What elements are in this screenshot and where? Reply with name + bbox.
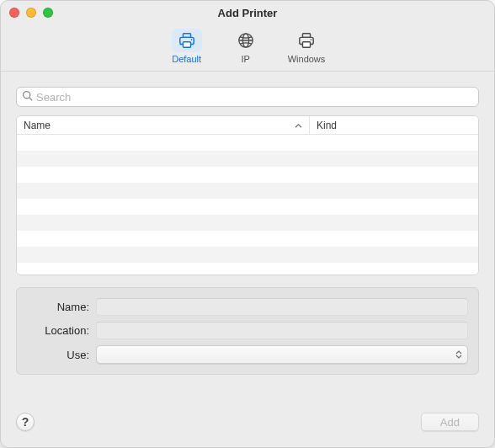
stepper-icon [452, 347, 466, 362]
name-field[interactable] [96, 298, 468, 316]
table-body[interactable] [17, 135, 478, 275]
column-header-kind[interactable]: Kind [310, 116, 478, 134]
printer-icon [172, 29, 202, 52]
globe-icon [231, 29, 261, 52]
table-row [17, 231, 478, 247]
tab-ip[interactable]: IP [224, 27, 268, 66]
use-label: Use: [22, 349, 89, 361]
location-label: Location: [22, 324, 89, 337]
tab-windows[interactable]: Windows [283, 27, 331, 66]
table-row [17, 263, 478, 275]
use-select[interactable] [96, 345, 468, 364]
tab-ip-label: IP [241, 54, 249, 64]
table-row [17, 215, 478, 231]
search-input[interactable] [36, 91, 473, 104]
chevron-up-icon [295, 120, 302, 131]
table-row [17, 167, 478, 183]
svg-point-3 [190, 39, 192, 40]
name-label: Name: [22, 301, 89, 313]
search-field[interactable] [16, 87, 479, 107]
svg-rect-9 [302, 41, 310, 46]
table-row [17, 183, 478, 199]
window-title: Add Printer [1, 7, 494, 19]
search-icon [22, 90, 33, 104]
tab-windows-label: Windows [288, 54, 326, 64]
add-printer-window: Add Printer Default [0, 0, 495, 448]
tab-default-label: Default [172, 54, 201, 64]
add-button[interactable]: Add [421, 413, 479, 431]
tab-default[interactable]: Default [165, 27, 209, 66]
table-row [17, 135, 478, 151]
help-icon: ? [22, 415, 29, 429]
titlebar: Add Printer [1, 1, 494, 24]
table-row [17, 199, 478, 215]
printer-detail-form: Name: Location: Use: [16, 287, 479, 375]
column-header-name[interactable]: Name [17, 116, 310, 134]
location-field[interactable] [96, 322, 468, 339]
table-header: Name Kind [17, 116, 478, 135]
help-button[interactable]: ? [16, 413, 35, 431]
printers-table: Name Kind [16, 115, 479, 275]
toolbar: Default IP [1, 24, 494, 72]
column-header-name-label: Name [24, 120, 51, 131]
table-row [17, 151, 478, 167]
svg-point-10 [311, 39, 312, 40]
column-header-kind-label: Kind [317, 120, 337, 131]
footer: ? Add [1, 410, 494, 447]
table-row [17, 247, 478, 263]
printer-icon [291, 29, 322, 52]
svg-line-12 [29, 98, 32, 100]
content-area: Name Kind [1, 72, 494, 410]
svg-rect-2 [183, 41, 190, 46]
svg-point-11 [24, 92, 30, 99]
